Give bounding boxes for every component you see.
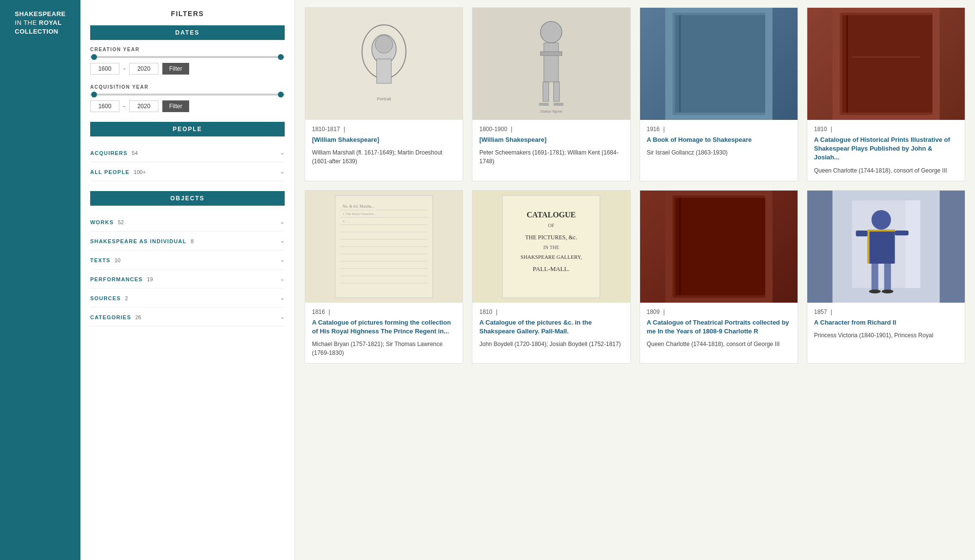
creation-year-to[interactable] <box>129 63 158 75</box>
works-count: 52 <box>118 219 124 225</box>
card-3-author: Sir Israel Gollancz (1863-1930) <box>647 148 791 157</box>
creation-year-slider-right[interactable] <box>278 54 284 60</box>
card-5-title: A Catalogue of pictures forming the coll… <box>312 318 456 336</box>
card-6[interactable]: CATALOGUE OF THE PICTURES, &c. IN THE SH… <box>472 190 630 364</box>
card-8[interactable]: 1857 | A Character from Richard II Princ… <box>807 190 965 364</box>
svg-rect-58 <box>895 231 908 235</box>
shakespeare-individual-row[interactable]: SHAKESPEARE AS INDIVIDUAL 8 ⌄ <box>90 232 285 251</box>
filters-panel: FILTERS DATES CREATION YEAR - Filter ACQ… <box>80 0 295 560</box>
card-4-body: 1810 | A Catalogue of Historical Prints … <box>807 120 965 181</box>
card-2[interactable]: Statue figure 1800-1900 | [William Shake… <box>472 7 630 181</box>
svg-text:CATALOGUE: CATALOGUE <box>527 211 576 219</box>
creation-year-section: CREATION YEAR - Filter <box>90 47 285 75</box>
svg-rect-50 <box>675 198 765 295</box>
creation-year-filter-btn[interactable]: Filter <box>162 63 189 75</box>
card-7-year: 1809 <box>647 309 660 315</box>
texts-count: 10 <box>115 257 120 263</box>
svg-rect-56 <box>867 230 895 264</box>
svg-rect-62 <box>867 230 895 232</box>
card-6-image-bg: CATALOGUE OF THE PICTURES, &c. IN THE SH… <box>472 191 630 303</box>
performances-chevron-icon: ⌄ <box>280 275 285 282</box>
acquisition-year-slider[interactable] <box>90 94 285 96</box>
creation-year-from[interactable] <box>90 63 119 75</box>
card-1-image: Portrait <box>305 8 463 120</box>
acquisition-year-from[interactable] <box>90 100 119 112</box>
card-1-image-bg: Portrait <box>305 8 463 120</box>
card-4-image-bg <box>807 8 965 120</box>
card-5[interactable]: No. & fol. Marsha... 1. The Prince Freac… <box>305 190 463 364</box>
card-1[interactable]: Portrait 1810-1817 | [William Shakespear… <box>305 7 463 181</box>
all-people-count: 100+ <box>134 169 146 175</box>
sources-row[interactable]: SOURCES 2 ⌄ <box>90 289 285 308</box>
texts-row[interactable]: TEXTS 10 ⌄ <box>90 251 285 270</box>
sources-count: 2 <box>125 295 128 301</box>
all-people-label: ALL PEOPLE <box>90 169 130 175</box>
logo[interactable]: SHAKESPEARE IN THE ROYAL COLLECTION <box>10 5 70 41</box>
works-row[interactable]: WORKS 52 ⌄ <box>90 212 285 232</box>
acquisition-year-to[interactable] <box>129 100 158 112</box>
svg-rect-21 <box>842 15 932 113</box>
svg-text:THE PICTURES, &c.: THE PICTURES, &c. <box>526 234 578 241</box>
svg-text:2. .....: 2. ..... <box>343 219 351 223</box>
all-people-row[interactable]: ALL PEOPLE 100+ ⌄ <box>90 162 285 181</box>
main-content: Portrait 1810-1817 | [William Shakespear… <box>295 0 975 560</box>
card-2-image: Statue figure <box>472 8 630 120</box>
texts-chevron-icon: ⌄ <box>280 256 285 263</box>
card-2-title: [William Shakespeare] <box>479 135 623 144</box>
card-5-year: 1816 <box>312 309 325 315</box>
acquisition-year-separator: - <box>123 103 125 110</box>
card-4-image <box>807 8 965 120</box>
card-6-meta: 1810 | <box>479 309 623 315</box>
acquirers-count: 54 <box>132 150 137 156</box>
acquisition-year-slider-right[interactable] <box>278 92 284 97</box>
card-2-year: 1800-1900 <box>479 126 507 133</box>
svg-rect-17 <box>675 15 765 113</box>
acquirers-chevron-icon: ⌄ <box>280 149 285 156</box>
dates-section-header: DATES <box>90 25 285 40</box>
people-section: ACQUIRERS 54 ⌄ ALL PEOPLE 100+ ⌄ <box>90 143 285 181</box>
sources-label: SOURCES <box>90 295 121 301</box>
categories-row[interactable]: CATEGORIES 26 ⌄ <box>90 308 285 327</box>
svg-text:SHAKSPEARE GALLERY,: SHAKSPEARE GALLERY, <box>521 254 582 260</box>
card-7[interactable]: 1809 | A Catalogue of Theatrical Portrai… <box>640 190 798 364</box>
svg-rect-61 <box>867 230 869 264</box>
card-4-author: Queen Charlotte (1744-1818), consort of … <box>814 166 958 175</box>
acquisition-year-filter-btn[interactable]: Filter <box>162 100 189 112</box>
card-8-image <box>807 191 965 303</box>
card-1-body: 1810-1817 | [William Shakespeare] Willia… <box>305 120 463 172</box>
card-1-author: William Marshall (fl. 1617-1649); Martin… <box>312 148 456 166</box>
categories-chevron-icon: ⌄ <box>280 313 285 320</box>
works-label: WORKS <box>90 219 114 225</box>
svg-text:IN THE: IN THE <box>544 245 559 250</box>
performances-row[interactable]: PERFORMANCES 19 ⌄ <box>90 270 285 289</box>
performances-label: PERFORMANCES <box>90 276 143 282</box>
svg-rect-8 <box>544 43 559 82</box>
card-2-image-bg: Statue figure <box>472 8 630 120</box>
svg-text:1. The Prince Freach'd...: 1. The Prince Freach'd... <box>343 212 376 216</box>
card-6-year: 1810 <box>479 309 492 315</box>
card-8-author: Princess Victoria (1840-1901), Princess … <box>814 331 958 340</box>
svg-point-63 <box>869 290 880 293</box>
card-8-year: 1857 <box>814 309 827 315</box>
card-2-author: Peter Scheemakers (1691-1781); William K… <box>479 148 623 166</box>
card-4[interactable]: 1810 | A Catalogue of Historical Prints … <box>807 7 965 181</box>
acquirers-row[interactable]: ACQUIRERS 54 ⌄ <box>90 143 285 162</box>
categories-label: CATEGORIES <box>90 314 131 320</box>
card-5-author: Michael Bryan (1757-1821); Sir Thomas La… <box>312 340 456 357</box>
card-3-year: 1916 <box>647 126 660 133</box>
creation-year-separator: - <box>123 65 125 72</box>
svg-rect-9 <box>541 52 562 56</box>
results-grid: Portrait 1810-1817 | [William Shakespear… <box>305 7 965 364</box>
creation-year-slider[interactable] <box>90 56 285 58</box>
card-7-meta: 1809 | <box>647 309 791 315</box>
logo-line3: ROYAL <box>39 19 62 26</box>
card-7-author: Queen Charlotte (1744-1818), consort of … <box>647 340 791 348</box>
acquirers-label: ACQUIRERS <box>90 150 128 156</box>
card-4-year: 1810 <box>814 126 827 133</box>
acquisition-year-slider-left[interactable] <box>91 92 97 97</box>
card-3[interactable]: 1916 | A Book of Homage to Shakespeare S… <box>640 7 798 181</box>
card-2-body: 1800-1900 | [William Shakespeare] Peter … <box>472 120 630 172</box>
svg-rect-54 <box>905 200 920 288</box>
card-8-image-bg <box>807 191 965 303</box>
creation-year-slider-left[interactable] <box>91 54 97 60</box>
